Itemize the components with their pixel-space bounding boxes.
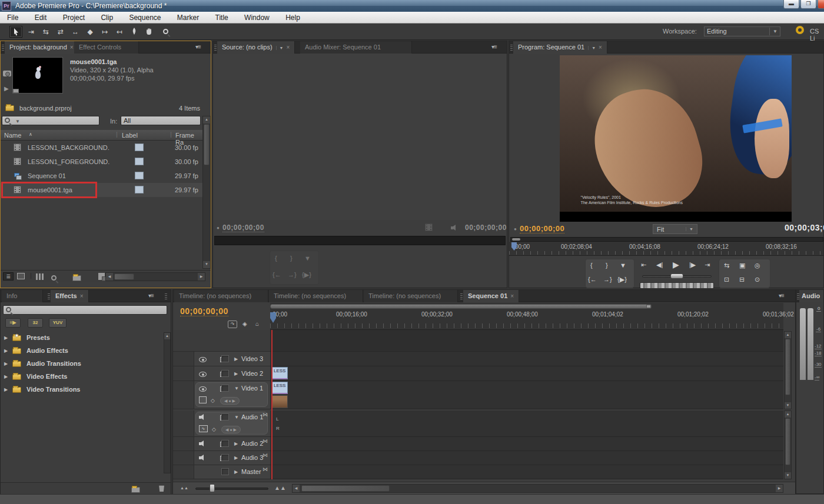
- tab-program[interactable]: Program: Sequence 01▼×: [513, 41, 607, 54]
- scroll-down-icon[interactable]: ▼: [203, 261, 210, 268]
- scroll-up-icon[interactable]: ▲: [203, 116, 210, 124]
- zoom-out-icon[interactable]: ▲▲: [180, 486, 188, 490]
- track-target-gutter[interactable]: [173, 352, 194, 366]
- work-area-bar[interactable]: [270, 304, 652, 309]
- export-frame-button[interactable]: ⊙: [755, 276, 760, 283]
- tab-project[interactable]: Project: background×: [5, 41, 79, 54]
- panel-grip[interactable]: [48, 292, 50, 299]
- toggle-track-output-icon[interactable]: [199, 357, 207, 362]
- track-target-gutter[interactable]: [173, 451, 194, 465]
- timeline-zoom-slider[interactable]: [195, 488, 268, 490]
- timeline-horizontal-scrollbar[interactable]: ◀ ▶: [292, 484, 783, 493]
- project-search-input[interactable]: ▼: [2, 116, 99, 125]
- expand-icon[interactable]: ▶: [4, 374, 8, 379]
- track-target-gutter[interactable]: [173, 465, 194, 479]
- zoom-tool-icon[interactable]: [159, 26, 172, 38]
- zoom-in-icon[interactable]: ▲▲: [274, 485, 286, 491]
- set-display-style-icon[interactable]: [199, 396, 207, 403]
- tab-audio-mixer[interactable]: Audio Mixer: Sequence 01: [300, 41, 412, 54]
- menu-sequence[interactable]: Sequence: [122, 12, 168, 24]
- expand-icon[interactable]: ▶: [4, 387, 8, 392]
- panel-grip[interactable]: [165, 292, 167, 299]
- step-forward-button[interactable]: |▶: [689, 261, 696, 269]
- playhead-line[interactable]: [271, 330, 273, 479]
- new-custom-bin-icon[interactable]: [131, 487, 140, 493]
- play-preview-button[interactable]: ▶: [4, 85, 9, 92]
- track-lock-toggle[interactable]: [221, 413, 229, 420]
- menu-help[interactable]: Help: [278, 12, 307, 24]
- program-time-ruler[interactable]: 00;00 00;02;08;04 00;04;16;08 00;06;24;1…: [509, 242, 823, 256]
- scrollbar-thumb[interactable]: [114, 273, 134, 280]
- column-divider[interactable]: |: [116, 131, 118, 138]
- panel-grip[interactable]: [510, 44, 513, 51]
- scroll-right-icon[interactable]: ▶: [776, 485, 783, 492]
- yuv-filter-button[interactable]: YUV: [49, 318, 67, 328]
- go-to-previous-edit-button[interactable]: ⇤: [641, 261, 646, 269]
- tab-sequence-01[interactable]: Sequence 01×: [463, 290, 519, 302]
- panel-grip[interactable]: [214, 44, 217, 51]
- toggle-track-output-icon[interactable]: [199, 455, 207, 461]
- scroll-left-icon[interactable]: ◀: [293, 485, 300, 492]
- panel-grip[interactable]: [460, 292, 463, 299]
- show-keyframes-toggle-icon[interactable]: ⋈: [263, 466, 268, 472]
- track-lock-toggle[interactable]: [221, 440, 229, 447]
- track-label[interactable]: Audio 2: [241, 440, 263, 447]
- set-display-style-icon[interactable]: ∿: [199, 425, 208, 432]
- menu-file[interactable]: File: [0, 12, 25, 24]
- automate-to-sequence-icon[interactable]: [36, 273, 44, 280]
- scroll-up-icon[interactable]: ▲: [164, 333, 170, 339]
- restore-button[interactable]: ❐: [800, 0, 816, 9]
- toggle-track-output-icon[interactable]: [199, 440, 207, 447]
- timeline-current-timecode[interactable]: 00;00;00;00: [180, 306, 228, 316]
- tab-timeline-3[interactable]: Timeline: (no sequences): [364, 290, 458, 302]
- track-lock-toggle[interactable]: [221, 454, 229, 461]
- scroll-up-icon[interactable]: ▲: [785, 411, 791, 418]
- project-horizontal-scrollbar[interactable]: ◀ ▶: [105, 272, 205, 281]
- tab-timeline-2[interactable]: Timeline: (no sequences): [269, 290, 363, 302]
- table-row[interactable]: LESSON1_FOREGROUND. 30.00 fp: [1, 155, 202, 169]
- track-lock-toggle[interactable]: [221, 468, 229, 475]
- track-content-video1[interactable]: LESS: [270, 381, 783, 409]
- track-content-audio3[interactable]: [270, 451, 783, 465]
- expand-icon[interactable]: ▶: [234, 441, 238, 446]
- menu-clip[interactable]: Clip: [94, 12, 120, 24]
- set-marker-button[interactable]: ▼: [620, 262, 626, 269]
- tab-effect-controls[interactable]: Effect Controls: [74, 41, 139, 54]
- table-row[interactable]: LESSON1_BACKGROUND. 30.00 fp: [1, 141, 202, 155]
- expand-icon[interactable]: ▶: [234, 356, 238, 362]
- scroll-down-icon[interactable]: ▼: [785, 402, 791, 409]
- zoom-level-select[interactable]: Fit ▼: [653, 224, 697, 234]
- track-target-gutter[interactable]: [173, 437, 194, 450]
- toggle-track-output-icon[interactable]: [199, 386, 207, 392]
- go-to-out-button[interactable]: →}: [603, 276, 612, 283]
- work-area-end-handle[interactable]: [646, 305, 651, 308]
- track-label[interactable]: Master: [241, 468, 261, 475]
- minimize-button[interactable]: ▬: [783, 0, 799, 9]
- scroll-down-icon[interactable]: ▼: [785, 472, 791, 479]
- chevron-down-icon[interactable]: ▼: [588, 46, 596, 50]
- scroll-right-icon[interactable]: ▶: [198, 273, 205, 281]
- tab-effects[interactable]: Effects×: [51, 290, 89, 302]
- timeline-playhead[interactable]: [270, 312, 276, 323]
- loop-button[interactable]: ⇆: [724, 262, 729, 269]
- track-target-gutter[interactable]: [173, 410, 194, 436]
- safe-margins-button[interactable]: ▣: [739, 262, 745, 269]
- program-video-frame[interactable]: "Velocity Rules", 2001 The American Film…: [560, 55, 792, 222]
- close-icon[interactable]: ×: [70, 44, 74, 51]
- chevron-down-icon[interactable]: ▼: [276, 46, 284, 50]
- expand-icon[interactable]: ▶: [4, 361, 8, 366]
- column-name[interactable]: Name: [4, 132, 21, 139]
- pen-tool-icon[interactable]: [128, 26, 141, 38]
- source-scrubber-bar[interactable]: [214, 236, 506, 245]
- close-button[interactable]: [818, 0, 824, 9]
- tree-item-audio-effects[interactable]: ▶ Audio Effects: [1, 345, 164, 357]
- new-bin-icon[interactable]: [72, 275, 81, 281]
- close-icon[interactable]: ×: [287, 44, 290, 51]
- track-label[interactable]: Audio 3: [241, 454, 263, 461]
- keyframe-nav-buttons[interactable]: ◀ ● ▶: [220, 397, 240, 405]
- scrollbar-thumb[interactable]: [785, 339, 790, 395]
- tab-timeline-1[interactable]: Timeline: (no sequences): [174, 290, 268, 302]
- go-to-next-edit-button[interactable]: ⇥: [705, 261, 710, 269]
- zoom-slider-handle[interactable]: [210, 484, 215, 492]
- output-button[interactable]: ◎: [755, 262, 760, 269]
